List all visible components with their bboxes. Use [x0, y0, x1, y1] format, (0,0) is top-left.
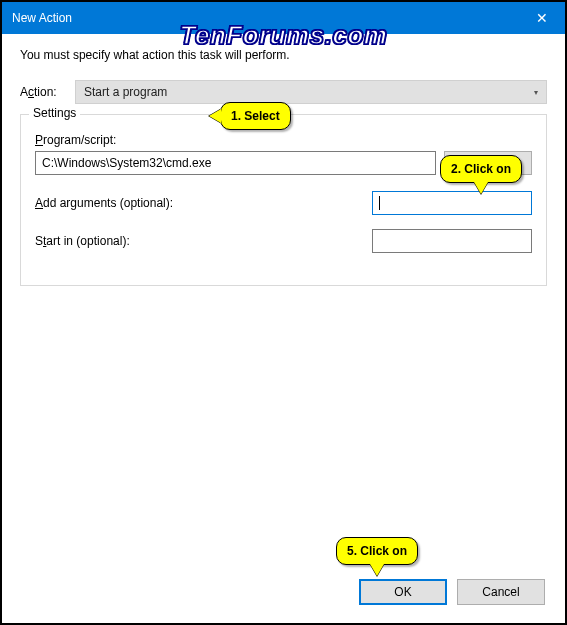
callout-select: 1. Select [220, 102, 291, 130]
intro-text: You must specify what action this task w… [20, 48, 547, 62]
startin-row: Start in (optional): [35, 229, 532, 253]
program-script-label: Program/script: [35, 133, 532, 147]
text-caret [379, 196, 380, 210]
chevron-down-icon: ▾ [534, 88, 538, 97]
program-script-input[interactable] [35, 151, 436, 175]
callout-ok: 5. Click on [336, 537, 418, 565]
callout-browse: 2. Click on [440, 155, 522, 183]
arguments-label: Add arguments (optional): [35, 196, 372, 210]
action-dropdown[interactable]: Start a program ▾ [75, 80, 547, 104]
action-row: Action: Start a program ▾ [20, 80, 547, 104]
arguments-row: Add arguments (optional): [35, 191, 532, 215]
cancel-button[interactable]: Cancel [457, 579, 545, 605]
dialog-buttons: OK Cancel [359, 579, 545, 605]
ok-button[interactable]: OK [359, 579, 447, 605]
settings-legend: Settings [29, 106, 80, 120]
window-title: New Action [12, 11, 72, 25]
action-dropdown-value: Start a program [84, 85, 167, 99]
close-button[interactable]: ✕ [519, 2, 565, 34]
startin-label: Start in (optional): [35, 234, 372, 248]
close-icon: ✕ [536, 10, 548, 26]
action-label: Action: [20, 85, 75, 99]
titlebar: New Action ✕ [2, 2, 565, 34]
settings-fieldset: Settings Program/script: Browse... Add a… [20, 114, 547, 286]
arguments-input[interactable] [372, 191, 532, 215]
startin-input[interactable] [372, 229, 532, 253]
